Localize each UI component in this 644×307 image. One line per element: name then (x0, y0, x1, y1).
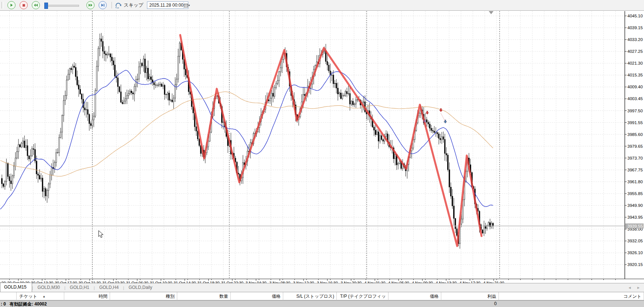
chart-tab-bar: GOLD,M15|GOLD,M30|GOLD,H1|GOLD,H4|GOLD,D… (0, 283, 644, 292)
chart-tab-gold-m30[interactable]: GOLD,M30 (33, 283, 65, 292)
slider-track (44, 5, 79, 7)
price-tick-label: 4045.10 (627, 14, 643, 18)
orders-table-header: チケット▲時間種別数量価格S/L (ストップロス)T/P (テイクプロフィット)… (0, 292, 644, 300)
toolbar-separator (112, 2, 112, 8)
total-profit-value: 0 (441, 301, 497, 306)
chart-tab-gold-h1[interactable]: GOLD,H1 (65, 283, 94, 292)
skip-label: スキップ (124, 2, 143, 8)
time-axis[interactable]: 30 Oct 05:3030 Oct 09:3030 Oct 13:3030 O… (0, 279, 644, 283)
chart-tab-gold-h4[interactable]: GOLD,H4 (95, 283, 123, 292)
sell-arrow-marker[interactable] (426, 111, 429, 115)
chart-tab-gold-daily[interactable]: GOLD,Daily (124, 283, 157, 292)
slider-handle[interactable] (44, 3, 48, 9)
skip-loop-icon (115, 2, 122, 8)
stop-icon (22, 4, 25, 7)
chart-tab-gold-m15[interactable]: GOLD,M15 (0, 283, 32, 292)
price-chart[interactable]: 4045.104039.154033.204027.254021.304015.… (0, 10, 644, 283)
candlestick-series (1, 33, 494, 249)
skip-date-value[interactable]: 2025.11.28 00:00 (147, 3, 184, 8)
bid-price-label: 3939.55 (627, 224, 643, 228)
trade-connector (441, 113, 445, 122)
column-header-価格[interactable]: 価格 (388, 292, 441, 300)
skip-date-field[interactable]: 2025.11.28 00:00 ▼ (147, 1, 188, 9)
column-header-T/P (テイクプロフィット)[interactable]: T/P (テイクプロフィット) (337, 292, 388, 300)
price-tick-label: 3943.95 (627, 215, 643, 219)
price-tick-label: 4015.35 (627, 73, 643, 77)
column-header-コメント[interactable]: コメント (499, 292, 644, 300)
price-tick-label: 3920.15 (627, 262, 643, 267)
skip-group[interactable]: スキップ (115, 2, 143, 8)
column-header-blank[interactable] (0, 292, 17, 300)
price-tick-label: 4027.25 (627, 49, 643, 54)
price-tick-label: 3955.85 (627, 191, 643, 196)
fast-ma (0, 70, 493, 209)
play-icon (10, 3, 13, 7)
toolbar-grabber[interactable] (1, 2, 3, 8)
price-tick-label: 4033.20 (627, 37, 643, 42)
mouse-cursor (99, 231, 103, 238)
speed-slider[interactable] (44, 2, 78, 8)
price-tick-label: 3985.60 (627, 132, 643, 137)
tester-toolbar: スキップ 2025.11.28 00:00 ▼ (0, 0, 644, 11)
skip-to-end-icon (101, 3, 105, 7)
price-tick-label: 3967.75 (627, 168, 643, 172)
status-bar: : 0 有効証拠金: 40002 0 (0, 300, 644, 307)
price-tick-label: 3932.05 (627, 239, 643, 243)
column-header-種別[interactable]: 種別 (110, 292, 177, 300)
price-tick-label: 4003.45 (627, 96, 643, 101)
date-dropdown-button[interactable]: ▼ (188, 2, 191, 8)
fast-forward-button[interactable] (86, 1, 95, 9)
price-tick-label: 4039.15 (627, 25, 643, 30)
price-tick-label: 3991.55 (627, 120, 643, 125)
zigzag-annotation[interactable] (180, 35, 482, 246)
column-header-チケット[interactable]: チケット▲ (17, 292, 64, 300)
rewind-icon (34, 3, 38, 7)
sell-arrow-marker[interactable] (439, 109, 442, 112)
price-axis[interactable]: 4045.104039.154033.204027.254021.304015.… (625, 11, 644, 279)
price-tick-label: 3997.50 (627, 109, 643, 113)
price-tick-label: 4021.30 (627, 61, 643, 65)
price-tick-label: 3979.65 (627, 144, 643, 149)
chart-shift-marker[interactable] (489, 11, 494, 14)
price-tick-label: 3949.90 (627, 203, 643, 208)
rewind-button[interactable] (32, 1, 40, 9)
sort-ascending-icon: ▲ (42, 295, 45, 298)
column-header-価格[interactable]: 価格 (231, 292, 283, 300)
skip-to-end-button[interactable] (99, 1, 107, 9)
stop-button[interactable] (20, 1, 28, 9)
tab-scroll-right-icon[interactable]: ► (637, 286, 640, 290)
play-button[interactable] (7, 1, 16, 9)
price-tick-label: 3973.70 (627, 156, 643, 160)
equity-status-text: : 0 有効証拠金: 40002 (1, 301, 47, 307)
column-header-S/L (ストップロス)[interactable]: S/L (ストップロス) (283, 292, 337, 300)
price-tick-label: 4009.40 (627, 85, 643, 89)
calendar-button[interactable] (184, 2, 188, 8)
column-header-数量[interactable]: 数量 (177, 292, 231, 300)
price-tick-label: 3926.10 (627, 250, 643, 255)
calendar-icon (184, 3, 188, 7)
close-arrow-marker[interactable] (444, 120, 447, 123)
tab-scroll-left-icon[interactable]: ◄ (628, 286, 631, 290)
column-header-時間[interactable]: 時間 (64, 292, 110, 300)
column-header-利益[interactable]: 利益 (441, 292, 499, 300)
fast-forward-icon (88, 3, 93, 7)
trading-app-window: { "toolbar": { "play_button": "play", "s… (0, 0, 644, 307)
price-tick-label: 3961.80 (627, 180, 643, 184)
